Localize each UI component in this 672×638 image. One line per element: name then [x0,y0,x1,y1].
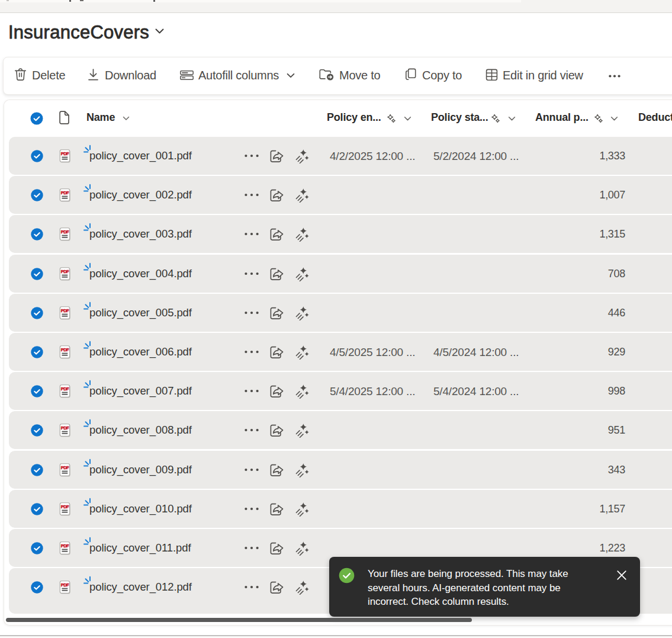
svg-text:PDF: PDF [61,582,69,588]
svg-text:PDF: PDF [61,425,69,431]
svg-text:PDF: PDF [61,151,69,156]
svg-text:PDF: PDF [61,465,69,470]
svg-text:PDF: PDF [61,504,69,509]
svg-text:PDF: PDF [61,386,69,392]
svg-text:PDF: PDF [61,347,69,352]
svg-text:PDF: PDF [61,543,69,549]
svg-text:PDF: PDF [61,269,69,274]
svg-text:PDF: PDF [61,308,69,313]
svg-text:PDF: PDF [61,229,69,235]
svg-text:PDF: PDF [61,190,69,195]
